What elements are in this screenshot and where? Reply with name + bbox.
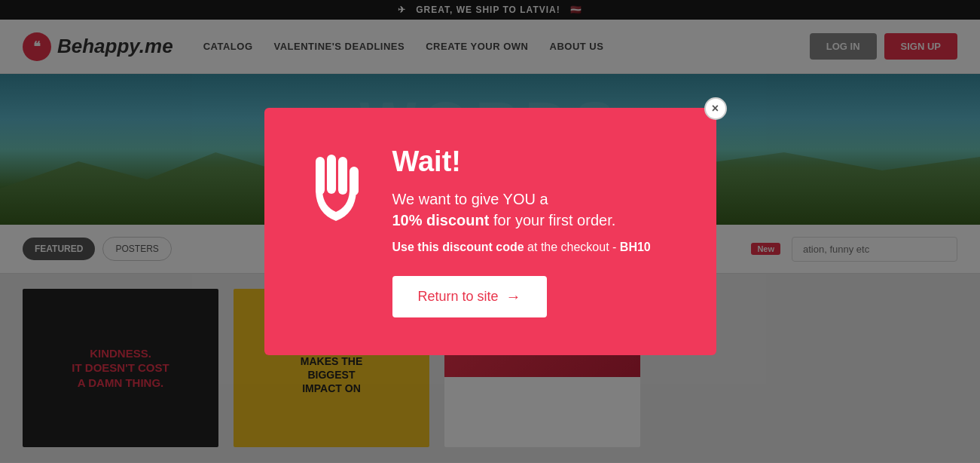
return-btn-label: Return to site [418,289,499,305]
modal-content: Wait! We want to give YOU a 10% discount… [392,146,679,317]
svg-rect-0 [316,157,325,195]
modal-subtitle-before: We want to give YOU a [392,191,548,207]
modal-close-button[interactable]: × [704,97,727,120]
svg-rect-1 [327,155,336,194]
modal-subtitle-after: for your first order. [493,212,615,228]
modal-code-value: BH10 [620,241,651,253]
modal-overlay[interactable]: × Wait! We want to give YOU a 10% discou… [0,0,980,463]
return-to-site-button[interactable]: Return to site → [392,276,547,317]
return-btn-arrow: → [506,288,521,305]
hand-icon [302,153,370,238]
modal-dialog: × Wait! We want to give YOU a 10% discou… [264,108,716,355]
modal-code-line: Use this discount code at the checkout -… [392,238,679,256]
modal-subtitle: We want to give YOU a 10% discount for y… [392,189,679,231]
modal-code-intro: Use this discount code [392,241,524,253]
modal-title: Wait! [392,146,679,178]
modal-code-middle: at the checkout - [527,241,616,253]
modal-discount-text: 10% discount [392,212,490,228]
svg-rect-2 [338,157,347,195]
